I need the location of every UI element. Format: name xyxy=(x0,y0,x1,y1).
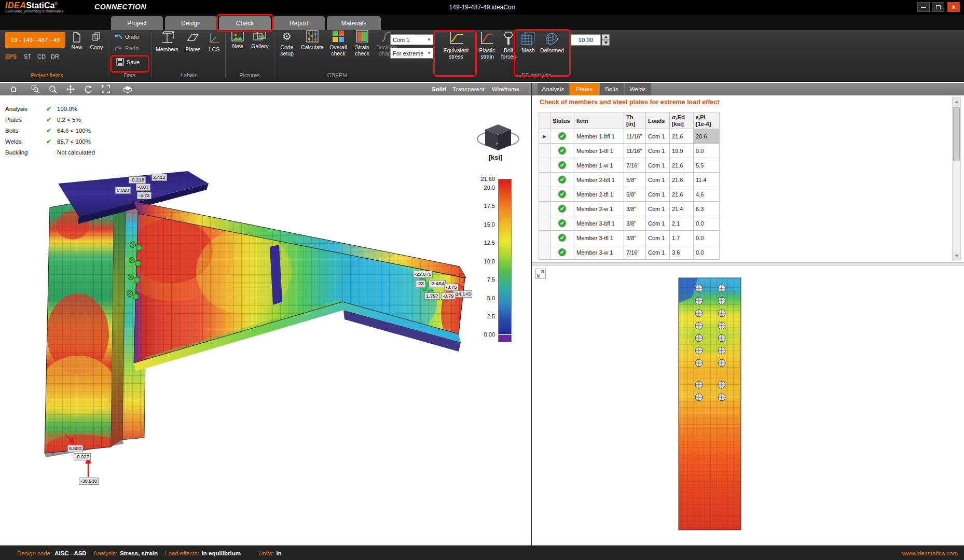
bolt-forces-button[interactable]: Bolt forces xyxy=(499,31,518,60)
col-th[interactable]: Th[in] xyxy=(624,113,646,129)
mode-dr[interactable]: DR xyxy=(51,53,59,60)
row-selector[interactable]: ▶ xyxy=(539,129,550,144)
code-setup-button[interactable]: ⚙ Code setup xyxy=(276,30,298,57)
table-row[interactable]: ✔ Member 3-bfl 1 3/8" Com 1 2.1 0.0 xyxy=(539,216,720,231)
solid-view-icon xyxy=(123,86,132,93)
expand-view-button[interactable] xyxy=(535,269,546,279)
result-label: -3.75 xyxy=(444,284,459,291)
item-cell: Member 2-tfl 1 xyxy=(574,187,624,202)
save-button[interactable]: Save xyxy=(116,58,140,66)
view-mode-transparent[interactable]: Transparent xyxy=(449,83,488,95)
copy-item-button[interactable]: Copy xyxy=(87,32,106,50)
row-selector[interactable] xyxy=(539,158,550,173)
row-selector[interactable] xyxy=(539,216,550,231)
status-cell: ✔ xyxy=(550,129,574,144)
extreme-filter-dropdown[interactable]: For extreme▼ xyxy=(390,48,434,59)
scale-increment-button[interactable] xyxy=(602,34,610,40)
strain-check-button[interactable]: Strain check xyxy=(352,30,373,57)
row-selector[interactable] xyxy=(539,202,550,216)
result-label: -22.871 xyxy=(413,271,433,278)
view-settings-button[interactable] xyxy=(122,85,133,94)
pan-icon xyxy=(66,85,75,93)
status-design-code: Design code: AISC - ASD xyxy=(17,546,87,560)
col-status[interactable]: Status xyxy=(550,113,574,129)
panel-splitter[interactable] xyxy=(531,83,532,545)
picture-gallery-button[interactable]: Gallery xyxy=(249,31,271,49)
deformed-scale-input[interactable]: 10.00 xyxy=(571,34,601,46)
tab-check[interactable]: Check xyxy=(219,16,271,30)
panel-tab-welds[interactable]: Welds xyxy=(625,83,651,95)
tab-materials[interactable]: Materials xyxy=(327,16,381,30)
group-separator xyxy=(152,32,152,78)
load-case-dropdown[interactable]: Com 1▼ xyxy=(390,34,434,45)
mode-eps[interactable]: EPS xyxy=(5,53,17,60)
col-sed[interactable]: σ,Ed[ksi] xyxy=(670,113,694,129)
col-epl[interactable]: ε,Pl[1e-4] xyxy=(694,113,720,129)
table-row[interactable]: ✔ Member 2-bfl 1 5/8" Com 1 21.6 11.4 xyxy=(539,173,720,187)
panel-tab-bolts[interactable]: Bolts xyxy=(600,83,624,95)
zoom-window-button[interactable] xyxy=(30,85,40,94)
equivalent-stress-button[interactable]: Equivalent stress xyxy=(438,31,474,60)
scrollbar-thumb[interactable] xyxy=(953,107,960,161)
table-row[interactable]: ✔ Member 1-w 1 7/16" Com 1 21.6 5.5 xyxy=(539,158,720,173)
row-selector[interactable] xyxy=(539,245,550,260)
redo-button[interactable]: Redo xyxy=(114,45,139,51)
col-loads[interactable]: Loads xyxy=(646,113,670,129)
panel-tab-analysis[interactable]: Analysis xyxy=(538,83,569,95)
orientation-cube[interactable]: Y xyxy=(475,110,521,154)
pan-button[interactable] xyxy=(65,85,76,94)
labels-members-button[interactable]: Members xyxy=(155,31,180,52)
legend-tick: 10.0 xyxy=(466,258,495,264)
minimize-button[interactable] xyxy=(917,2,930,12)
plastic-strain-button[interactable]: Plastic strain xyxy=(476,31,498,60)
picture-new-button[interactable]: New xyxy=(228,31,247,49)
home-view-button[interactable] xyxy=(8,85,19,94)
sed-cell: 21.6 xyxy=(670,158,694,173)
new-item-button[interactable]: New xyxy=(67,32,86,50)
scale-decrement-button[interactable] xyxy=(602,40,610,46)
labels-lcs-button[interactable]: LCS xyxy=(205,31,223,52)
zoom-button[interactable] xyxy=(48,85,58,94)
current-project-item[interactable]: 19 - 149 - 487 - 49 xyxy=(5,32,65,48)
scroll-down-button[interactable] xyxy=(953,252,960,260)
mode-cd[interactable]: CD xyxy=(37,53,46,60)
plate-detail-view[interactable] xyxy=(676,276,743,533)
undo-button[interactable]: Undo xyxy=(114,33,139,40)
website-link[interactable]: www.ideastatica.com xyxy=(902,546,958,560)
view-mode-wireframe[interactable]: Wireframe xyxy=(489,83,522,95)
scroll-up-button[interactable] xyxy=(953,98,960,106)
panel-tab-plates[interactable]: Plates xyxy=(570,83,599,95)
table-row[interactable]: ✔ Member 1-tfl 1 11/16" Com 1 19.9 0.0 xyxy=(539,144,720,158)
table-row[interactable]: ✔ Member 3-tfl 1 3/8" Com 1 1.7 0.0 xyxy=(539,231,720,245)
table-scrollbar[interactable] xyxy=(952,97,961,260)
status-ok-icon: ✔ xyxy=(558,205,566,213)
deformed-button[interactable]: Deformed xyxy=(539,31,566,53)
table-row[interactable]: ✔ Member 2-tfl 1 5/8" Com 1 21.6 4.6 xyxy=(539,187,720,202)
row-selector[interactable] xyxy=(539,173,550,187)
tab-design[interactable]: Design xyxy=(165,16,217,30)
table-row[interactable]: ✔ Member 2-w 1 3/8" Com 1 21.4 6.3 xyxy=(539,202,720,216)
maximize-button[interactable] xyxy=(932,2,944,12)
down-arrow-icon xyxy=(955,255,959,257)
main-3d-viewport[interactable]: Analysis✔100.0% Plates✔0.2 < 5% Bolts✔64… xyxy=(0,95,531,545)
rotate-button[interactable] xyxy=(83,85,93,94)
view-mode-solid[interactable]: Solid xyxy=(429,83,449,95)
calculate-button[interactable]: Calculate xyxy=(300,30,325,50)
table-row[interactable]: ✔ Member 3-w 1 7/16" Com 1 3.6 0.0 xyxy=(539,245,720,260)
check-results-panel: Check of members and steel plates for ex… xyxy=(532,95,964,262)
row-selector[interactable] xyxy=(539,231,550,245)
col-item[interactable]: Item xyxy=(574,113,624,129)
mesh-button[interactable]: Mesh xyxy=(519,31,538,53)
tab-report[interactable]: Report xyxy=(273,16,325,30)
close-button[interactable]: × xyxy=(947,2,960,12)
mode-st[interactable]: ST xyxy=(24,53,31,60)
tab-project[interactable]: Project xyxy=(111,16,163,30)
fit-view-button[interactable] xyxy=(101,85,111,94)
row-selector[interactable] xyxy=(539,187,550,202)
row-selector[interactable] xyxy=(539,144,550,158)
labels-plates-button[interactable]: Plates xyxy=(183,31,203,52)
overall-check-button[interactable]: Overall check xyxy=(327,30,350,57)
result-label: -0.027 xyxy=(74,453,91,460)
stress-color-scale xyxy=(498,179,512,334)
table-row[interactable]: ▶ ✔ Member 1-bfl 1 11/16" Com 1 21.6 20.… xyxy=(539,129,720,144)
